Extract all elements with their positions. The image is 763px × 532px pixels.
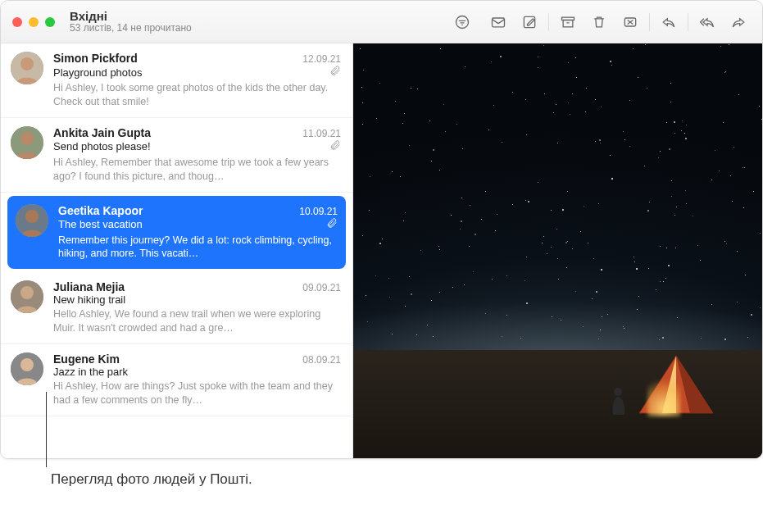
- message-date: 09.09.21: [302, 282, 341, 293]
- junk-icon[interactable]: [615, 1, 646, 43]
- photo-horizon-glow: [353, 275, 762, 358]
- toolbar-separator: [688, 13, 688, 31]
- message-date: 10.09.21: [299, 206, 338, 217]
- message-subject: Send photos please!: [53, 140, 325, 152]
- avatar: [11, 352, 43, 385]
- message-subject: New hiking trail: [53, 293, 341, 306]
- svg-rect-4: [563, 20, 573, 26]
- svg-point-9: [20, 132, 34, 145]
- svg-point-13: [20, 286, 34, 299]
- message-subject: Playground photos: [53, 66, 325, 79]
- toolbar-actions: [483, 1, 762, 43]
- message-from: Juliana Mejia: [53, 280, 302, 293]
- message-from: Geetika Kapoor: [58, 204, 299, 217]
- trash-icon[interactable]: [584, 1, 615, 43]
- avatar: [11, 126, 43, 159]
- zoom-window-button[interactable]: [45, 17, 55, 27]
- avatar: [11, 52, 43, 84]
- archive-icon[interactable]: [552, 1, 584, 43]
- mail-window: Вхідні 53 листів, 14 не прочитано: [0, 0, 763, 459]
- message-preview: Hello Ashley, We found a new trail when …: [53, 307, 341, 335]
- window-controls: [1, 17, 55, 27]
- filter-icon[interactable]: [447, 1, 478, 43]
- close-window-button[interactable]: [12, 17, 22, 27]
- message-row[interactable]: Geetika Kapoor10.09.21The best vacationR…: [7, 196, 346, 270]
- message-from: Simon Pickford: [53, 52, 302, 65]
- svg-point-11: [25, 210, 39, 223]
- message-row[interactable]: Eugene Kim08.09.21Jazz in the parkHi Ash…: [1, 344, 352, 416]
- minimize-window-button[interactable]: [29, 17, 39, 27]
- message-row[interactable]: Simon Pickford12.09.21Playground photosH…: [1, 43, 352, 118]
- message-preview: Hi Ashley, Remember that awesome trip we…: [53, 156, 341, 184]
- main-body: Simon Pickford12.09.21Playground photosH…: [1, 43, 762, 458]
- message-subject: Jazz in the park: [53, 366, 341, 378]
- mailbox-subtitle: 53 листів, 14 не прочитано: [70, 23, 192, 34]
- message-list[interactable]: Simon Pickford12.09.21Playground photosH…: [1, 43, 353, 458]
- toolbar-separator: [548, 13, 549, 31]
- message-from: Eugene Kim: [53, 352, 302, 366]
- svg-point-7: [20, 57, 34, 70]
- mark-read-icon[interactable]: [483, 1, 514, 43]
- message-date: 12.09.21: [302, 53, 341, 65]
- reply-icon[interactable]: [653, 1, 684, 43]
- toolbar-separator: [649, 13, 650, 31]
- message-row[interactable]: Ankita Jain Gupta11.09.21Send photos ple…: [1, 118, 352, 193]
- avatar: [16, 204, 48, 237]
- message-from: Ankita Jain Gupta: [53, 126, 302, 139]
- reply-all-icon[interactable]: [692, 1, 723, 43]
- message-preview: Remember this journey? We did a lot: roc…: [58, 234, 338, 261]
- message-date: 11.09.21: [302, 128, 341, 139]
- svg-point-15: [20, 358, 34, 371]
- avatar: [11, 280, 43, 313]
- attachment-icon: [329, 139, 341, 154]
- message-preview: Hi Ashley, I took some great photos of t…: [53, 81, 341, 109]
- callout-text: Перегляд фото людей у Пошті.: [51, 471, 264, 489]
- message-date: 08.09.21: [302, 354, 341, 366]
- forward-icon[interactable]: [723, 1, 754, 43]
- mailbox-title: Вхідні: [70, 9, 192, 23]
- svg-point-0: [456, 16, 469, 28]
- photo-tent: [631, 351, 721, 416]
- callout-leader-line: [46, 392, 47, 467]
- mailbox-title-block: Вхідні 53 листів, 14 не прочитано: [70, 9, 192, 34]
- message-subject: The best vacation: [58, 218, 321, 230]
- message-content: [353, 43, 762, 458]
- svg-point-16: [614, 388, 622, 396]
- attachment-icon: [326, 217, 338, 232]
- message-preview: Hi Ashley, How are things? Just spoke wi…: [53, 380, 341, 407]
- compose-icon[interactable]: [514, 1, 545, 43]
- toolbar: Вхідні 53 листів, 14 не прочитано: [1, 1, 762, 43]
- attachment-icon: [329, 65, 341, 80]
- svg-rect-1: [493, 18, 505, 27]
- message-row[interactable]: Juliana Mejia09.09.21New hiking trailHel…: [1, 272, 352, 344]
